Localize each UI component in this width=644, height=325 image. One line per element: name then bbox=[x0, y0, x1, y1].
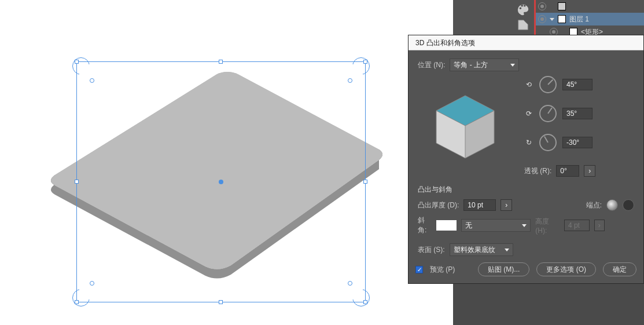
depth-label: 凸出厚度 (D): bbox=[418, 200, 459, 210]
preview-checkbox[interactable]: ✓ bbox=[415, 266, 423, 273]
canvas[interactable] bbox=[0, 0, 451, 325]
depth-input[interactable] bbox=[463, 199, 496, 211]
rotate-x-input[interactable] bbox=[562, 79, 593, 90]
ok-button[interactable]: 确定 bbox=[603, 262, 636, 276]
live-corner-bl[interactable] bbox=[72, 289, 90, 306]
rotate-x-icon: ⟲ bbox=[524, 80, 533, 89]
bevel-swatch bbox=[436, 220, 457, 231]
resize-handle-mid-left[interactable] bbox=[75, 180, 79, 184]
extrude-section-title: 凸出与斜角 bbox=[418, 185, 634, 195]
layer-row-selected[interactable]: 图层 1 bbox=[536, 13, 644, 25]
live-corner-tl[interactable] bbox=[72, 57, 90, 75]
visibility-toggle-icon[interactable] bbox=[538, 15, 546, 23]
rotate-z-icon: ↻ bbox=[524, 138, 533, 147]
corner-widget-tr[interactable] bbox=[348, 78, 352, 83]
bevel-height-label: 高度 (H): bbox=[535, 217, 560, 235]
depth-stepper[interactable]: › bbox=[501, 199, 512, 211]
bevel-label: 斜角: bbox=[418, 216, 432, 235]
rotate-y-dial[interactable] bbox=[539, 105, 557, 122]
rotate-y-icon: ⟳ bbox=[524, 109, 533, 118]
rotate-z-dial[interactable] bbox=[539, 134, 557, 151]
corner-widget-br[interactable] bbox=[348, 281, 352, 286]
corner-widget-tl[interactable] bbox=[90, 78, 94, 83]
corner-widget-bl[interactable] bbox=[90, 281, 94, 286]
rotation-cube-track[interactable] bbox=[418, 76, 513, 171]
rotate-z-input[interactable] bbox=[562, 137, 593, 148]
preview-label: 预览 (P) bbox=[430, 265, 455, 275]
cap-label: 端点: bbox=[586, 200, 602, 210]
disclosure-triangle-icon[interactable] bbox=[550, 18, 554, 21]
dialog-title: 3D 凸出和斜角选项 bbox=[409, 35, 643, 50]
layer-color-strip bbox=[534, 0, 536, 35]
rotation-cube-icon[interactable] bbox=[418, 76, 513, 171]
cap-off-button[interactable] bbox=[623, 199, 634, 211]
layer-name: 图层 1 bbox=[569, 14, 589, 24]
extrude-bevel-dialog: 3D 凸出和斜角选项 位置 (N): 等角 - 上方 ⟲ bbox=[408, 35, 644, 284]
more-options-button[interactable]: 更多选项 (O) bbox=[536, 262, 596, 276]
bevel-height-stepper: › bbox=[594, 220, 605, 231]
live-corner-br[interactable] bbox=[352, 289, 370, 306]
perspective-input[interactable] bbox=[556, 165, 579, 177]
layers-panel[interactable]: 图层 1 <矩形> bbox=[534, 0, 644, 35]
rotate-y-input[interactable] bbox=[562, 108, 593, 119]
resize-handle-mid-right[interactable] bbox=[363, 180, 367, 184]
panel-dock-bottom bbox=[453, 283, 644, 325]
live-corner-tr[interactable] bbox=[352, 57, 370, 75]
perspective-stepper[interactable]: › bbox=[584, 165, 595, 177]
position-label: 位置 (N): bbox=[418, 60, 445, 70]
rotate-x-dial[interactable] bbox=[539, 76, 557, 93]
surface-dropdown[interactable]: 塑料效果底纹 bbox=[450, 243, 513, 256]
bevel-height-input bbox=[564, 220, 590, 231]
shape-tool-icon[interactable] bbox=[517, 19, 529, 31]
map-art-button[interactable]: 贴图 (M)... bbox=[478, 262, 529, 276]
bevel-dropdown[interactable]: 无 bbox=[461, 219, 531, 232]
color-palette-icon[interactable] bbox=[517, 3, 529, 16]
resize-handle-top-mid[interactable] bbox=[219, 60, 223, 64]
perspective-label: 透视 (R): bbox=[524, 166, 551, 176]
visibility-toggle-icon[interactable] bbox=[538, 2, 546, 10]
selection-bounding-box[interactable] bbox=[76, 61, 366, 302]
bevel-in-icon bbox=[609, 220, 620, 231]
surface-label: 表面 (S): bbox=[418, 245, 445, 255]
resize-handle-bottom-mid[interactable] bbox=[219, 300, 223, 304]
layer-swatch bbox=[558, 2, 566, 10]
panel-dock bbox=[453, 0, 534, 35]
layer-row[interactable] bbox=[536, 0, 644, 13]
selection-center[interactable] bbox=[219, 180, 223, 184]
position-dropdown[interactable]: 等角 - 上方 bbox=[450, 59, 519, 71]
layer-swatch bbox=[558, 15, 566, 23]
bevel-out-icon bbox=[624, 220, 634, 231]
cap-on-button[interactable] bbox=[606, 199, 618, 211]
